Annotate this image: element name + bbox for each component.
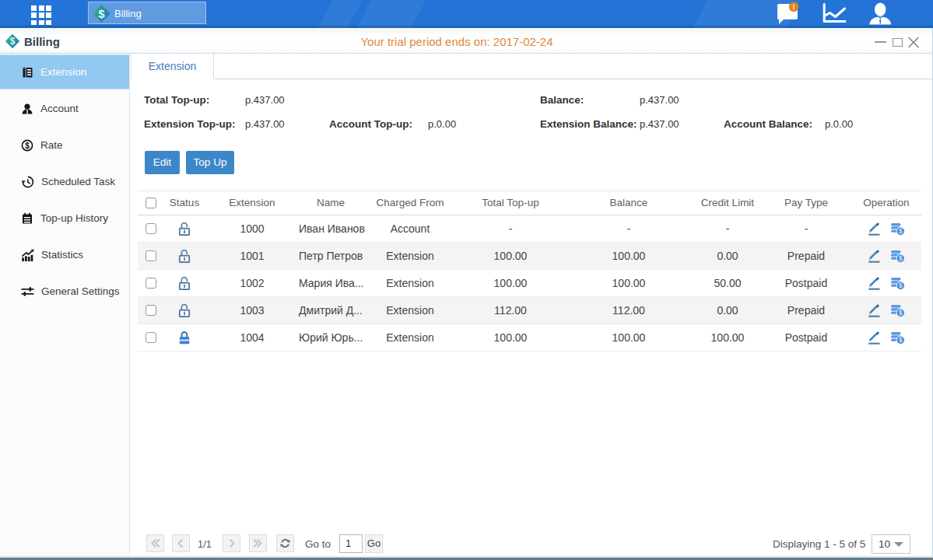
svg-text:$: $ [899,254,903,262]
svg-text:$: $ [899,336,903,344]
svg-text:!: ! [793,3,795,11]
svg-text:$: $ [899,282,903,289]
svg-text:$: $ [25,141,30,149]
svg-text:$: $ [899,309,903,317]
svg-text:$: $ [98,7,105,20]
svg-text:$: $ [899,227,903,235]
